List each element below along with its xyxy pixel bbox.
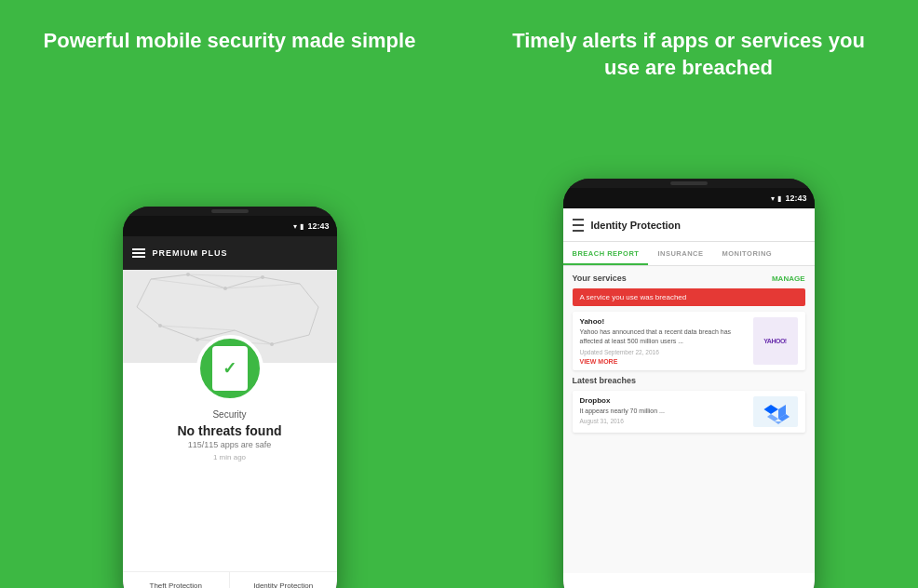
wifi-icon-right: ▾ <box>771 194 775 203</box>
apps-safe-text: 115/115 apps are safe <box>188 440 272 449</box>
security-circle-wrap: Security No threats found 115/115 apps a… <box>178 335 282 461</box>
right-status-icons: ▾ ▮ <box>771 194 781 203</box>
battery-icon-right: ▮ <box>777 194 781 203</box>
left-phone-screen: Security No threats found 115/115 apps a… <box>123 270 337 588</box>
left-app-bar-title: PREMIUM PLUS <box>153 248 228 258</box>
svg-marker-0 <box>137 274 318 344</box>
svg-line-2 <box>188 274 263 277</box>
latest-breaches-title: Latest breaches <box>573 376 805 385</box>
your-services-header: Your services MANAGE <box>573 274 805 283</box>
identity-protection-label: Identity Protection <box>253 581 313 588</box>
content-area: Your services MANAGE A service you use w… <box>563 266 815 573</box>
left-app-bar: PREMIUM PLUS <box>123 236 337 270</box>
left-panel: Powerful mobile security made simple ▾ ▮… <box>0 0 459 588</box>
right-app-bar: Identity Protection <box>563 208 815 242</box>
theft-protection-feature: Theft Protection On <box>123 572 231 588</box>
hamburger-icon[interactable] <box>132 248 145 258</box>
identity-protection-feature: Identity Protection On <box>230 572 337 588</box>
left-status-bar: ▾ ▮ 12:43 <box>123 216 337 236</box>
time-ago-text: 1 min ago <box>213 453 246 461</box>
your-services-title: Your services <box>573 274 627 283</box>
left-status-icons: ▾ ▮ <box>293 222 304 231</box>
tab-insurance[interactable]: INSURANCE <box>648 242 712 265</box>
svg-point-7 <box>261 275 264 279</box>
left-status-time: 12:43 <box>307 221 329 231</box>
right-hamburger-icon[interactable] <box>573 218 584 233</box>
breach-banner: A service you use was breached <box>573 288 805 306</box>
no-threats-text: No threats found <box>178 423 282 438</box>
yahoo-breach-card: Yahoo! Yahoo has announced that a recent… <box>573 312 805 370</box>
svg-point-8 <box>223 287 227 290</box>
dropbox-breach-card: Dropbox It appears nearly 70 million ...… <box>573 391 805 434</box>
left-phone: ▾ ▮ 12:43 PREMIUM PLUS <box>123 207 337 588</box>
yahoo-description: Yahoo has announced that a recent data b… <box>580 327 748 346</box>
left-headline: Powerful mobile security made simple <box>7 28 453 55</box>
phone-check-icon <box>212 346 248 391</box>
tabs-row: BREACH REPORT INSURANCE MONITORING <box>563 242 815 266</box>
battery-icon: ▮ <box>300 222 304 231</box>
right-panel: Timely alerts if apps or services you us… <box>459 0 918 588</box>
yahoo-date: Updated September 22, 2016 <box>580 349 748 355</box>
right-headline: Timely alerts if apps or services you us… <box>459 28 918 81</box>
right-status-bar: ▾ ▮ 12:43 <box>563 188 815 208</box>
tab-breach-report[interactable]: BREACH REPORT <box>563 242 649 265</box>
yahoo-card-text: Yahoo! Yahoo has announced that a recent… <box>580 317 748 365</box>
dropbox-date: August 31, 2016 <box>580 418 748 424</box>
right-phone: ▾ ▮ 12:43 Identity Protection BREACH REP… <box>563 179 815 588</box>
svg-line-3 <box>225 284 300 288</box>
right-status-time: 12:43 <box>785 194 806 203</box>
tab-monitoring[interactable]: MONITORING <box>713 242 782 265</box>
svg-point-11 <box>158 324 162 327</box>
phone-top-left <box>123 207 337 216</box>
view-more-link[interactable]: VIEW MORE <box>580 358 748 365</box>
manage-link[interactable]: MANAGE <box>772 274 805 283</box>
dropbox-card-text: Dropbox It appears nearly 70 million ...… <box>580 396 748 428</box>
dropbox-service-name: Dropbox <box>580 396 748 405</box>
security-label: Security <box>212 409 246 420</box>
dropbox-description: It appears nearly 70 million ... <box>580 407 748 416</box>
right-phone-content: Your services MANAGE A service you use w… <box>563 266 815 588</box>
wifi-icon: ▾ <box>293 222 297 231</box>
phone-speaker-left <box>211 209 249 213</box>
dropbox-logo-svg <box>761 396 790 426</box>
svg-point-6 <box>186 273 190 276</box>
security-circle <box>196 335 263 402</box>
left-phone-bottom: Theft Protection On Identity Protection … <box>123 571 337 588</box>
phone-top-right <box>563 179 815 188</box>
theft-protection-label: Theft Protection <box>150 581 202 588</box>
yahoo-service-name: Yahoo! <box>580 317 748 326</box>
right-app-bar-title: Identity Protection <box>591 220 682 231</box>
phone-speaker-right <box>670 181 708 185</box>
yahoo-logo: YAHOO! <box>753 317 798 365</box>
dropbox-logo <box>753 396 798 428</box>
